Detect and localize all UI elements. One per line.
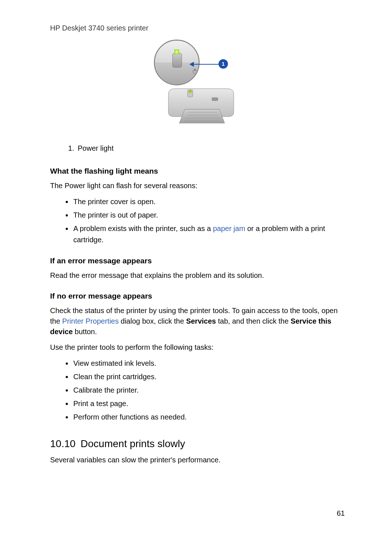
section-title: Document prints slowly [81,438,185,449]
list-item: Calibrate the printer. [73,385,345,396]
heading-no-error: If no error message appears [50,292,345,300]
power-light-icon [174,49,179,54]
text-fragment: dialog box, click the [119,317,186,325]
callout-leader [192,64,219,65]
list-item: A problem exists with the printer, such … [73,223,345,246]
caption-item: Power light [76,143,345,154]
text-fragment: A problem exists with the printer, such … [73,224,213,232]
printer-properties-link[interactable]: Printer Properties [62,317,119,325]
printer-illustration [165,87,237,127]
document-header: HP Deskjet 3740 series printer [50,24,345,32]
callout-number-badge: 1 [219,59,228,69]
list-item: View estimated ink levels. [73,358,345,369]
flash-intro: The Power light can flash for several re… [50,181,345,191]
printer-figure: 1 [150,47,245,130]
text-fragment: tab, and then click the [216,317,291,325]
list-item: The printer is out of paper. [73,210,345,221]
heading-flashing-light: What the flashing light means [50,167,345,175]
list-item: Clean the print cartridges. [73,371,345,382]
list-item: Print a test page. [73,398,345,409]
text-fragment: button. [73,328,97,336]
page-number: 61 [337,509,345,518]
services-tab-label: Services [186,317,216,325]
heading-error-message: If an error message appears [50,256,345,265]
tools-tasks-list: View estimated ink levels. Clean the pri… [50,358,345,423]
err-para: Read the error message that explains the… [50,270,345,281]
list-item: Perform other functions as needed. [73,412,345,423]
noerr-para2: Use the printer tools to perform the fol… [50,342,345,353]
section-number: 10.10 [50,438,75,449]
noerr-para1: Check the status of the printer by using… [50,305,345,337]
figure-caption-list: Power light [50,143,345,154]
heading-document-prints-slowly: 10.10Document prints slowly [50,438,345,450]
paper-jam-link[interactable]: paper jam [213,224,245,232]
callout-arrow-icon [189,62,194,67]
power-button-icon [172,53,182,68]
svg-rect-0 [212,98,218,101]
figure-container: 1 [50,47,345,132]
list-item: The printer cover is open. [73,196,345,207]
svg-rect-6 [189,90,192,93]
slow-para: Several variables can slow the printer's… [50,455,345,465]
flash-reasons-list: The printer cover is open. The printer i… [50,196,345,246]
